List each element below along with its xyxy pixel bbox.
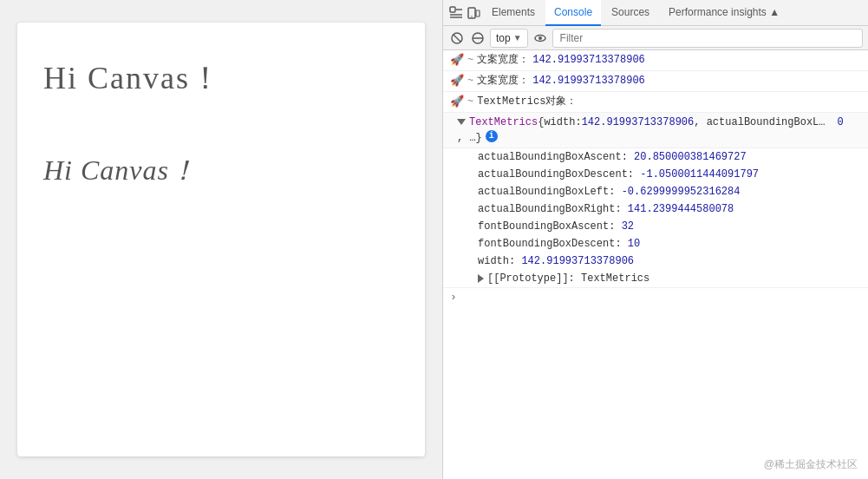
- devtools-toolbar2: top ▼: [443, 26, 868, 50]
- svg-rect-5: [476, 10, 480, 16]
- prop-font-ascent: fontBoundingBoxAscent: 32: [443, 218, 868, 235]
- rocket-icon-2: 🚀: [450, 74, 464, 89]
- textmetrics-expanded-header: TextMetrics {width: 142.91993713378906 ,…: [443, 113, 868, 148]
- rocket-icon-3: 🚀: [450, 95, 464, 110]
- console-output: 🚀 ~ 文案宽度： 142.91993713378906 🚀 ~ 文案宽度： 1…: [443, 50, 868, 479]
- prop-width: width: 142.91993713378906: [443, 253, 868, 270]
- block-icon[interactable]: [469, 30, 486, 47]
- device-icon[interactable]: [466, 5, 481, 21]
- toggle-eyes-icon[interactable]: [532, 30, 549, 47]
- context-dropdown[interactable]: top ▼: [490, 29, 528, 48]
- clear-console-icon[interactable]: [448, 30, 466, 47]
- dropdown-arrow-icon: ▼: [513, 33, 522, 43]
- tab-elements[interactable]: Elements: [483, 0, 544, 26]
- tab-performance[interactable]: Performance insights ▲: [660, 0, 788, 26]
- prototype-line: [[Prototype]]: TextMetrics: [443, 270, 868, 287]
- rocket-icon-1: 🚀: [450, 53, 464, 69]
- devtools-tabs-bar: Elements Console Sources Performance ins…: [443, 0, 868, 26]
- canvas-panel: Hi Canvas！ Hi Canvas！: [0, 0, 442, 479]
- svg-point-6: [471, 16, 472, 16]
- console-line-1: 🚀 ~ 文案宽度： 142.91993713378906: [443, 50, 868, 71]
- tab-console[interactable]: Console: [545, 0, 601, 26]
- console-prompt: ›: [450, 291, 457, 304]
- watermark: @稀土掘金技术社区: [764, 457, 858, 472]
- svg-rect-0: [450, 7, 455, 12]
- svg-line-8: [454, 35, 460, 42]
- prop-right: actualBoundingBoxRight: 141.239944458007…: [443, 200, 868, 218]
- console-line-3: 🚀 ~ TextMetrics对象：: [443, 92, 868, 113]
- inspect-icon[interactable]: [448, 5, 464, 21]
- prop-left: actualBoundingBoxLeft: -0.62999999523162…: [443, 183, 868, 200]
- expand-triangle[interactable]: [457, 119, 466, 129]
- console-input-line: ›: [443, 287, 868, 306]
- context-label: top: [496, 32, 511, 44]
- svg-point-12: [538, 36, 542, 40]
- prototype-expand[interactable]: [478, 274, 484, 283]
- console-line-2: 🚀 ~ 文案宽度： 142.91993713378906: [443, 71, 868, 92]
- canvas-text-2: Hi Canvas！: [43, 152, 198, 190]
- canvas-text-1: Hi Canvas！: [43, 57, 223, 100]
- prop-font-descent: fontBoundingBoxDescent: 10: [443, 235, 868, 253]
- prop-ascent: actualBoundingBoxAscent: 20.850000381469…: [443, 148, 868, 166]
- tab-sources[interactable]: Sources: [603, 0, 658, 26]
- info-icon[interactable]: i: [486, 130, 498, 142]
- canvas-box: Hi Canvas！ Hi Canvas！: [17, 23, 425, 456]
- prop-descent: actualBoundingBoxDescent: -1.05000114440…: [443, 166, 868, 183]
- filter-input[interactable]: [552, 29, 863, 48]
- devtools-panel: Elements Console Sources Performance ins…: [442, 0, 868, 479]
